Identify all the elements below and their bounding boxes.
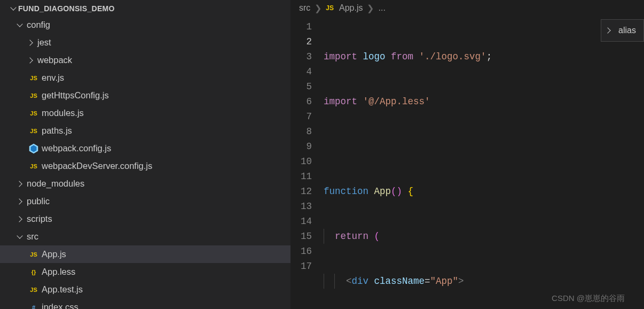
tree-item-label: webpackDevServer.config.js <box>42 161 152 171</box>
tree-item-label: getHttpsConfig.js <box>42 90 109 101</box>
tree-item-label: paths.js <box>42 126 72 136</box>
file-item[interactable]: JSgetHttpsConfig.js <box>0 87 290 104</box>
explorer-root-label: FUND_DIAGONSIS_DEMO <box>18 4 115 13</box>
file-item[interactable]: JSpaths.js <box>0 122 290 140</box>
chevron-right-icon <box>27 56 35 65</box>
line-number: 1 <box>290 19 312 34</box>
tree-item-label: webpack.config.js <box>42 143 111 153</box>
file-item[interactable]: JSApp.js <box>0 245 290 263</box>
breadcrumb-seg[interactable]: src <box>299 3 310 13</box>
file-item[interactable]: JSenv.js <box>0 69 290 87</box>
line-number: 7 <box>290 109 312 124</box>
tree-item-label: public <box>27 196 50 206</box>
line-number: 3 <box>290 49 312 64</box>
line-number: 10 <box>290 154 312 169</box>
line-number: 4 <box>290 64 312 79</box>
chevron-down-icon <box>10 4 18 13</box>
line-number: 12 <box>290 184 312 199</box>
js-icon: JS <box>28 250 40 259</box>
tree-item-label: node_modules <box>27 179 84 189</box>
tree-item-label: App.js <box>42 249 66 259</box>
code-area: 1234567891011121314151617 import logo fr… <box>290 16 644 309</box>
line-number: 17 <box>290 259 312 274</box>
chevron-right-icon <box>16 215 25 223</box>
breadcrumb-seg[interactable]: App.js <box>339 3 363 13</box>
file-item[interactable]: {}App.less <box>0 263 290 281</box>
explorer-root[interactable]: FUND_DIAGONSIS_DEMO <box>0 0 290 16</box>
file-tree: configjestwebpackJSenv.jsJSgetHttpsConfi… <box>0 16 290 309</box>
chevron-right-icon <box>16 197 25 206</box>
tree-item-label: env.js <box>42 73 64 83</box>
file-item[interactable]: JSwebpackDevServer.config.js <box>0 157 290 175</box>
chevron-right-icon <box>27 38 35 47</box>
js-icon: JS <box>28 161 40 171</box>
editor-pane: src ❯ JS App.js ❯ ... alias 123456789101… <box>290 0 644 309</box>
line-number: 16 <box>290 244 312 259</box>
code-content[interactable]: import logo from './logo.svg'; import '@… <box>324 19 644 309</box>
folder-item[interactable]: webpack <box>0 51 290 69</box>
breadcrumb-seg[interactable]: ... <box>378 3 385 13</box>
js-icon: JS <box>28 109 40 118</box>
line-number: 2 <box>290 34 312 49</box>
tree-item-label: modules.js <box>42 108 84 118</box>
breadcrumb[interactable]: src ❯ JS App.js ❯ ... <box>290 0 644 16</box>
line-number: 15 <box>290 229 312 244</box>
chevron-down-icon <box>16 21 25 29</box>
tree-item-label: webpack <box>37 55 72 65</box>
js-icon: JS <box>28 285 40 295</box>
file-item[interactable]: webpack.config.js <box>0 140 290 157</box>
chevron-right-icon: ❯ <box>315 3 321 13</box>
line-number: 9 <box>290 139 312 154</box>
folder-item[interactable]: public <box>0 192 290 210</box>
webpack-icon <box>28 143 40 154</box>
folder-item[interactable]: node_modules <box>0 175 290 192</box>
folder-item[interactable]: jest <box>0 34 290 51</box>
braces-icon: {} <box>28 267 40 277</box>
line-number: 8 <box>290 124 312 139</box>
tree-item-label: config <box>27 20 50 30</box>
tree-item-label: scripts <box>27 214 52 224</box>
js-icon: JS <box>28 91 40 101</box>
hash-icon: # <box>28 303 40 310</box>
chevron-right-icon: ❯ <box>367 3 374 13</box>
tree-item-label: App.less <box>42 267 75 277</box>
chevron-down-icon <box>16 233 25 241</box>
line-number: 6 <box>290 94 312 109</box>
tree-item-label: src <box>27 231 38 242</box>
line-number: 13 <box>290 199 312 214</box>
line-gutter: 1234567891011121314151617 <box>290 19 324 309</box>
js-icon: JS <box>326 4 334 12</box>
js-icon: JS <box>28 73 40 83</box>
file-item[interactable]: JSmodules.js <box>0 104 290 122</box>
line-number: 11 <box>290 169 312 184</box>
line-number: 5 <box>290 79 312 94</box>
chevron-right-icon <box>16 180 25 188</box>
tree-item-label: jest <box>37 37 51 48</box>
line-number: 14 <box>290 214 312 229</box>
file-item[interactable]: #index.css <box>0 298 290 309</box>
folder-item[interactable]: config <box>0 16 290 34</box>
explorer-sidebar: FUND_DIAGONSIS_DEMO configjestwebpackJSe… <box>0 0 290 309</box>
js-icon: JS <box>28 126 40 136</box>
folder-item[interactable]: src <box>0 228 290 245</box>
folder-item[interactable]: scripts <box>0 210 290 228</box>
tree-item-label: index.css <box>42 302 78 309</box>
file-item[interactable]: JSApp.test.js <box>0 281 290 298</box>
tree-item-label: App.test.js <box>42 284 83 295</box>
